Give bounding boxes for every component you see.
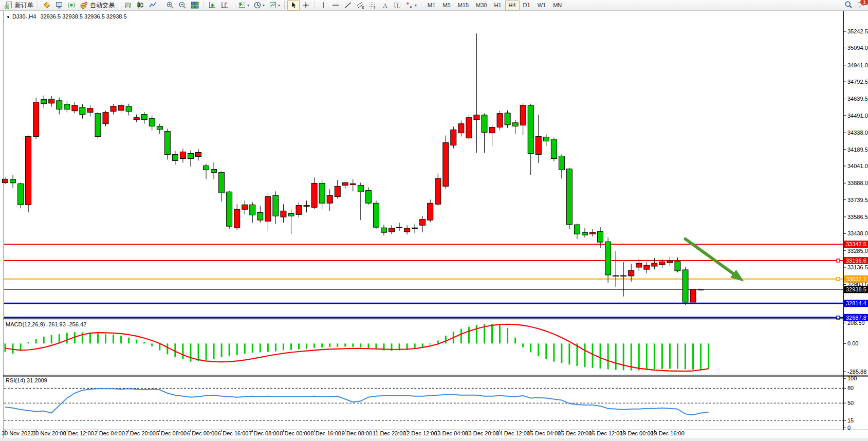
symbols-button[interactable] bbox=[41, 0, 53, 11]
svg-text:208.59: 208.59 bbox=[847, 320, 865, 326]
search-icon bbox=[844, 3, 853, 10]
timeframe-button-h4[interactable]: H4 bbox=[505, 0, 520, 11]
autotrading-button[interactable]: 自动交易 bbox=[78, 0, 117, 11]
svg-text:35242.5: 35242.5 bbox=[847, 28, 868, 34]
auto-scroll-button[interactable] bbox=[206, 0, 218, 11]
cursor-icon bbox=[289, 1, 298, 9]
timeframe-button-m1[interactable]: M1 bbox=[424, 0, 439, 11]
add-indicator-button[interactable]: ▾ bbox=[236, 0, 251, 11]
chart-title[interactable]: ▼DJ30-,H432936.5 32938.5 32936.5 32938.5 bbox=[6, 13, 127, 20]
svg-text:33285.0: 33285.0 bbox=[847, 248, 868, 254]
svg-text:12 Dec 12:00: 12 Dec 12:00 bbox=[403, 430, 437, 436]
new-order-button[interactable]: 新订单 bbox=[3, 0, 35, 11]
autotrading-icon bbox=[80, 1, 88, 9]
fibo-icon: F bbox=[368, 1, 377, 9]
svg-text:E: E bbox=[362, 6, 364, 9]
svg-text:8 Dec 16:00: 8 Dec 16:00 bbox=[311, 430, 341, 436]
svg-text:15 Dec 20:00: 15 Dec 20:00 bbox=[558, 430, 592, 436]
svg-text:2 Dec 20:00: 2 Dec 20:00 bbox=[125, 430, 156, 436]
tile-windows-button[interactable] bbox=[189, 0, 201, 11]
periods-button[interactable]: ▾ bbox=[251, 0, 267, 11]
svg-text:-285.88: -285.88 bbox=[847, 369, 866, 375]
hline-icon bbox=[331, 1, 340, 9]
bar-chart-button[interactable] bbox=[122, 0, 134, 11]
arrows-button[interactable]: ▾ bbox=[403, 0, 419, 11]
new-order-icon bbox=[5, 1, 13, 9]
toolbar-separator bbox=[421, 1, 422, 9]
timeframe-button-d1[interactable]: D1 bbox=[520, 0, 534, 11]
chart-symbol-timeframe: DJ30-,H4 bbox=[12, 13, 36, 20]
trendline-button[interactable] bbox=[342, 0, 354, 11]
line-chart-button[interactable] bbox=[146, 0, 159, 11]
timeframe-button-h1[interactable]: H1 bbox=[490, 0, 505, 11]
dropdown-caret-icon[interactable]: ▾ bbox=[263, 3, 265, 8]
svg-text:19 Dec 00:00: 19 Dec 00:00 bbox=[620, 430, 653, 436]
svg-text:34338.0: 34338.0 bbox=[847, 130, 868, 136]
candle bbox=[566, 168, 572, 229]
svg-text:50: 50 bbox=[847, 400, 854, 406]
vline-icon bbox=[319, 1, 327, 9]
crosshair-button[interactable] bbox=[300, 0, 312, 11]
candlestick-chart-button[interactable] bbox=[134, 0, 146, 11]
tile-icon bbox=[191, 1, 199, 9]
svg-text:13 Dec 20:00: 13 Dec 20:00 bbox=[465, 430, 498, 436]
timeframe-button-m5[interactable]: M5 bbox=[439, 0, 454, 11]
timeframe-button-mn[interactable]: MN bbox=[549, 0, 565, 11]
svg-text:11 Dec 23:00: 11 Dec 23:00 bbox=[373, 430, 406, 436]
chart-canvas: 35242.535094.034941.034792.534639.534491… bbox=[0, 11, 868, 441]
zoom-in-button[interactable] bbox=[164, 0, 176, 11]
timeframe-button-w1[interactable]: W1 bbox=[534, 0, 550, 11]
svg-text:33888.0: 33888.0 bbox=[847, 180, 868, 186]
dropdown-caret-icon[interactable]: ▾ bbox=[278, 3, 280, 8]
search-button[interactable] bbox=[844, 1, 853, 10]
timeframe-button-m30[interactable]: M30 bbox=[472, 0, 490, 11]
templates-button[interactable]: ▾ bbox=[267, 0, 282, 11]
svg-text:80: 80 bbox=[847, 385, 854, 391]
svg-text:35094.0: 35094.0 bbox=[847, 45, 868, 51]
dropdown-caret-icon[interactable]: ▾ bbox=[415, 3, 417, 8]
equidistant-channel-button[interactable]: E bbox=[354, 0, 366, 11]
chart-step-icon bbox=[220, 1, 229, 9]
candle bbox=[682, 267, 688, 305]
dropdown-caret-icon[interactable]: ▾ bbox=[247, 3, 249, 8]
svg-text:0: 0 bbox=[847, 425, 851, 431]
signals-button[interactable] bbox=[65, 0, 78, 11]
svg-text:32938.5: 32938.5 bbox=[846, 286, 866, 292]
cursor-button[interactable] bbox=[287, 0, 300, 11]
svg-text:13 Dec 04:00: 13 Dec 04:00 bbox=[434, 430, 468, 436]
svg-text:5 Dec 08:00: 5 Dec 08:00 bbox=[156, 430, 187, 436]
svg-text:33196.6: 33196.6 bbox=[846, 258, 866, 264]
candle bbox=[497, 111, 503, 131]
blue-monitor-icon bbox=[55, 1, 63, 9]
candles-icon bbox=[136, 1, 144, 9]
horizontal-line-button[interactable] bbox=[329, 0, 342, 11]
candle bbox=[451, 126, 456, 148]
svg-text:30 Nov 20:00: 30 Nov 20:00 bbox=[32, 430, 66, 436]
timeframe-button-m15[interactable]: M15 bbox=[454, 0, 472, 11]
chart-shift-button[interactable] bbox=[218, 0, 231, 11]
text-button[interactable]: A bbox=[379, 0, 391, 11]
autotrading-button-label: 自动交易 bbox=[90, 1, 115, 10]
label-icon: T bbox=[393, 1, 401, 9]
zoom-in-icon bbox=[166, 1, 174, 9]
gold-diamond-icon bbox=[43, 1, 51, 9]
svg-text:15 Dec 04:00: 15 Dec 04:00 bbox=[527, 430, 561, 436]
svg-text:19 Dec 16:00: 19 Dec 16:00 bbox=[651, 430, 684, 436]
svg-text:8 Dec 00:00: 8 Dec 00:00 bbox=[280, 430, 310, 436]
candle bbox=[551, 138, 557, 161]
vertical-line-button[interactable] bbox=[317, 0, 329, 11]
candle bbox=[26, 136, 31, 213]
green-signal-icon bbox=[67, 1, 76, 9]
chart-shift-icon bbox=[208, 1, 216, 9]
candle bbox=[33, 98, 39, 139]
collapse-icon[interactable]: ▼ bbox=[6, 15, 10, 20]
text-label-button[interactable]: T bbox=[391, 0, 403, 11]
zoom-out-button[interactable] bbox=[176, 0, 189, 11]
chat-button[interactable]: 1 bbox=[857, 1, 865, 10]
fibonacci-button[interactable]: F bbox=[366, 0, 379, 11]
svg-text:0.00: 0.00 bbox=[847, 340, 858, 346]
time-axis[interactable]: 30 Nov 202230 Nov 20:001 Dec 12:002 Dec … bbox=[2, 430, 685, 437]
rsi-indicator-label: RSI(14) 31.2009 bbox=[6, 377, 47, 383]
svg-text:6 Dec 16:00: 6 Dec 16:00 bbox=[218, 430, 248, 436]
market-depth-button[interactable] bbox=[53, 0, 65, 11]
